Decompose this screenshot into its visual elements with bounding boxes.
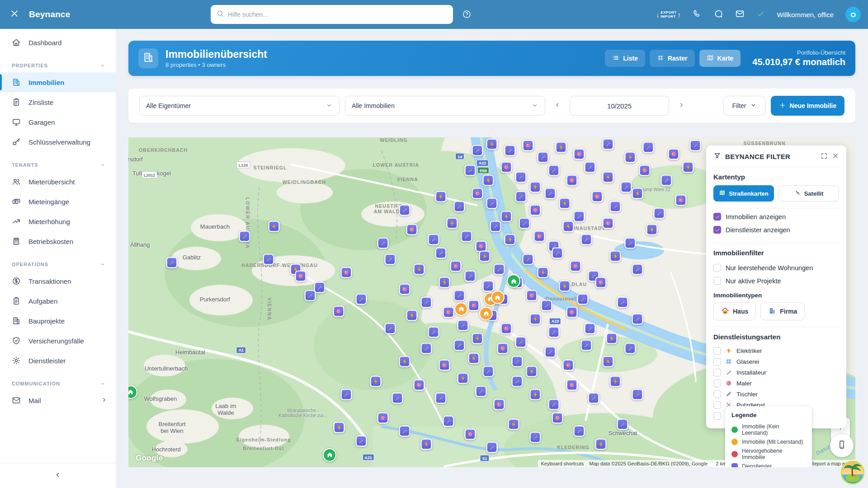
service-provider-marker[interactable] — [494, 399, 505, 410]
service-provider-marker[interactable] — [653, 207, 665, 219]
checkbox[interactable] — [713, 390, 721, 398]
service-provider-marker[interactable] — [295, 270, 307, 282]
service-provider-marker[interactable] — [660, 174, 672, 186]
service-provider-marker[interactable] — [479, 250, 490, 262]
service-provider-marker[interactable] — [166, 257, 178, 268]
service-provider-marker[interactable] — [384, 323, 396, 334]
service-provider-marker[interactable] — [544, 188, 556, 199]
search-input[interactable] — [228, 11, 448, 18]
service-provider-marker[interactable] — [617, 297, 628, 308]
sidebar-item-versicherungsf-lle[interactable]: Versicherungsfälle — [0, 331, 116, 351]
service-provider-marker[interactable] — [595, 438, 607, 450]
sidebar-collapse-button[interactable] — [0, 463, 116, 488]
service-provider-marker[interactable] — [453, 290, 465, 301]
sidebar-section-operations[interactable]: OPERATIONS — [0, 251, 116, 271]
service-provider-marker[interactable] — [464, 165, 476, 176]
service-provider-marker[interactable] — [624, 151, 636, 163]
service-provider-marker[interactable] — [577, 293, 589, 305]
service-provider-marker[interactable] — [523, 140, 534, 151]
service-provider-marker[interactable] — [548, 165, 559, 176]
service-provider-marker[interactable] — [642, 141, 654, 153]
service-provider-marker[interactable] — [305, 290, 316, 301]
property-vacancy-marker[interactable] — [491, 291, 505, 304]
service-provider-marker[interactable] — [639, 165, 650, 176]
phone-icon[interactable] — [693, 9, 702, 20]
service-provider-marker[interactable] — [606, 333, 618, 344]
service-provider-marker[interactable] — [468, 353, 479, 364]
sidebar-item-dashboard[interactable]: Dashboard — [0, 33, 116, 52]
service-provider-marker[interactable] — [617, 419, 628, 430]
view-button-karte[interactable]: Karte — [699, 50, 741, 67]
service-provider-marker[interactable] — [624, 343, 636, 354]
service-provider-marker[interactable] — [501, 211, 512, 222]
service-provider-marker[interactable] — [523, 254, 534, 265]
service-provider-marker[interactable] — [632, 313, 643, 324]
service-provider-marker[interactable] — [501, 323, 512, 334]
streetview-device-button[interactable] — [830, 434, 854, 457]
service-provider-marker[interactable] — [548, 399, 559, 410]
service-provider-marker[interactable] — [314, 282, 325, 293]
service-provider-marker[interactable] — [544, 346, 556, 357]
service-provider-marker[interactable] — [428, 234, 439, 245]
map-canvas[interactable]: fersdorfWEIDLINGOBERKIRCHBACHSTEINRIEGLL… — [128, 137, 855, 467]
service-provider-marker[interactable] — [435, 392, 447, 404]
service-provider-marker[interactable] — [501, 161, 512, 173]
checkbox[interactable] — [713, 264, 721, 272]
service-check-tischler[interactable]: Tischler — [713, 389, 839, 399]
service-provider-marker[interactable] — [482, 280, 494, 291]
service-provider-marker[interactable] — [537, 151, 548, 163]
service-provider-marker[interactable] — [406, 224, 418, 235]
service-provider-marker[interactable] — [486, 198, 498, 209]
service-provider-marker[interactable] — [515, 191, 527, 202]
type-button-haus[interactable]: Haus — [713, 302, 756, 320]
island-overlay-icon[interactable] — [841, 461, 864, 486]
service-provider-marker[interactable] — [581, 339, 592, 351]
checkbox[interactable] — [713, 401, 721, 409]
sidebar-item-schl-sselverwaltung[interactable]: Schlüsselverwaltung — [0, 132, 116, 152]
service-provider-marker[interactable] — [475, 386, 486, 397]
service-provider-marker[interactable] — [468, 300, 479, 311]
sidebar-section-communication[interactable]: COMMUNICATION — [0, 371, 116, 390]
service-provider-marker[interactable] — [573, 148, 585, 160]
service-provider-marker[interactable] — [548, 326, 559, 338]
service-provider-marker[interactable] — [603, 171, 614, 183]
service-provider-marker[interactable] — [552, 412, 563, 423]
service-provider-marker[interactable] — [555, 141, 566, 153]
service-provider-marker[interactable] — [508, 419, 519, 430]
service-provider-marker[interactable] — [482, 366, 494, 377]
service-provider-marker[interactable] — [526, 366, 538, 377]
sidebar-item-bauprojekte[interactable]: Bauprojekte — [0, 311, 116, 331]
service-provider-marker[interactable] — [552, 247, 563, 258]
service-provider-marker[interactable] — [559, 198, 570, 209]
service-provider-marker[interactable] — [384, 254, 396, 265]
service-provider-marker[interactable] — [464, 270, 476, 282]
service-provider-marker[interactable] — [573, 425, 585, 436]
layer-check-dienstleister-anzeigen[interactable]: Dienstleister anzeigen — [713, 223, 839, 236]
service-provider-marker[interactable] — [435, 191, 447, 202]
layer-check-immobilien-anzeigen[interactable]: Immobilien anzeigen — [713, 210, 839, 223]
service-provider-marker[interactable] — [461, 231, 472, 242]
service-provider-marker[interactable] — [675, 194, 687, 206]
service-provider-marker[interactable] — [603, 138, 614, 150]
service-provider-marker[interactable] — [486, 442, 498, 453]
service-provider-marker[interactable] — [406, 310, 418, 321]
prev-month-button[interactable] — [551, 99, 564, 113]
service-provider-marker[interactable] — [562, 221, 574, 232]
service-provider-marker[interactable] — [486, 138, 498, 150]
service-provider-marker[interactable] — [494, 264, 505, 275]
service-provider-marker[interactable] — [515, 336, 527, 347]
service-provider-marker[interactable] — [377, 412, 388, 423]
service-check-installateur[interactable]: Installateur — [713, 367, 839, 378]
service-provider-marker[interactable] — [585, 161, 596, 173]
property-marker[interactable] — [323, 448, 336, 462]
property-check-nur-leerstehende-wohnungen[interactable]: Nur leerstehende Wohnungen — [713, 261, 839, 274]
service-provider-marker[interactable] — [566, 306, 577, 318]
service-provider-marker[interactable] — [450, 260, 461, 272]
avatar[interactable]: O — [845, 7, 861, 22]
service-provider-marker[interactable] — [632, 264, 643, 275]
checkbox[interactable] — [713, 369, 721, 376]
sidebar-item-mail[interactable]: Mail — [0, 390, 116, 410]
service-provider-marker[interactable] — [341, 389, 352, 400]
service-provider-marker[interactable] — [588, 392, 599, 404]
owner-select[interactable]: Alle Eigentümer — [139, 96, 340, 116]
